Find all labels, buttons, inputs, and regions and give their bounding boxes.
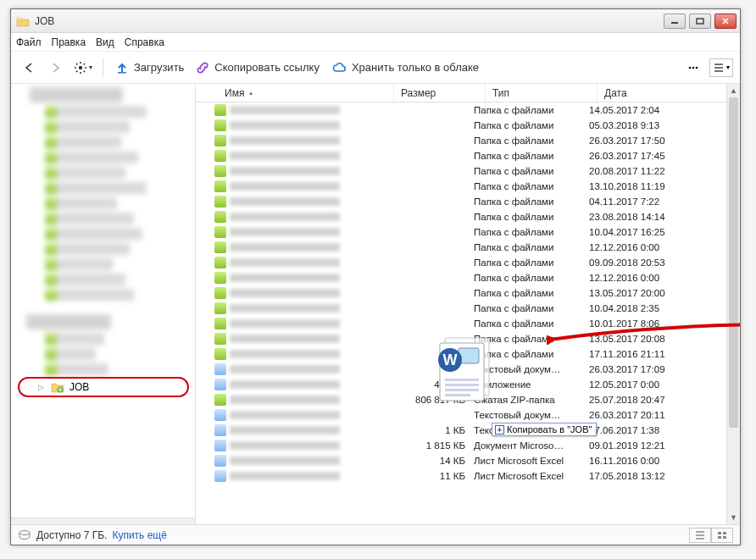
col-name[interactable]: Имя▴ [208, 84, 394, 102]
disk-icon [18, 529, 31, 541]
status-bar: Доступно 7 ГБ. Купить ещё [11, 524, 740, 545]
table-row[interactable]: Папка с файлами26.03.2017 17:45 [196, 148, 740, 163]
view-icons-button[interactable] [711, 528, 733, 543]
cloud-only-button[interactable]: Хранить только в облаке [328, 59, 482, 76]
upload-icon [115, 61, 129, 75]
sidebar-job-label: JOB [69, 381, 89, 393]
svg-rect-3 [118, 72, 126, 74]
col-type[interactable]: Тип [486, 84, 598, 102]
table-row[interactable]: Папка с файлами12.12.2016 0:00 [196, 240, 740, 255]
table-row[interactable]: 11 КБЛист Microsoft Excel17.05.2018 13:1… [196, 468, 740, 484]
table-row[interactable]: 403 КБПриложение12.05.2017 0:00 [196, 377, 740, 392]
settings-button[interactable]: ▾ [72, 57, 94, 79]
drag-tooltip: + Копировать в "JOB" [492, 423, 597, 436]
table-row[interactable]: Папка с файлами10.04.2017 16:25 [196, 224, 740, 240]
menu-file[interactable]: Файл [16, 36, 42, 48]
view-toggle [689, 528, 733, 543]
svg-point-7 [58, 387, 64, 393]
table-row[interactable]: Папка с файлами05.03.2018 9:13 [196, 118, 740, 133]
forward-button[interactable] [45, 57, 67, 79]
link-icon [196, 61, 209, 75]
svg-rect-18 [718, 532, 721, 534]
menu-help[interactable]: Справка [125, 36, 164, 48]
menu-view[interactable]: Вид [96, 36, 114, 48]
folder-sync-icon [51, 381, 64, 393]
table-row[interactable]: Папка с файлами26.03.2017 17:50 [196, 133, 740, 148]
table-row[interactable]: Папка с файлами10.04.2018 2:35 [196, 301, 740, 316]
table-row[interactable]: Папка с файлами13.05.2017 20:08 [196, 331, 740, 346]
svg-rect-19 [723, 532, 726, 534]
explorer-window: JOB Файл Правка Вид Справка ▾ Загрузить … [10, 8, 741, 545]
svg-point-17 [19, 530, 30, 534]
view-details-button[interactable] [689, 528, 711, 543]
svg-point-4 [689, 66, 692, 69]
table-row[interactable]: Папка с файлами14.05.2017 2:04 [196, 102, 740, 118]
table-row[interactable]: Папка с файлами04.11.2017 7:22 [196, 194, 740, 209]
back-button[interactable] [18, 57, 40, 79]
table-row[interactable]: Папка с файлами12.12.2016 0:00 [196, 270, 740, 285]
svg-rect-1 [697, 19, 703, 24]
table-row[interactable]: Папка с файлами17.11.2016 21:11 [196, 346, 740, 362]
buy-more-link[interactable]: Купить ещё [112, 529, 167, 541]
table-row[interactable]: 1 815 КБДокумент Microso…09.01.2019 12:2… [196, 438, 740, 453]
vertical-scrollbar[interactable]: ▲ ▼ [726, 84, 740, 524]
table-row[interactable]: Папка с файлами10.01.2017 8:06 [196, 316, 740, 331]
col-date[interactable]: Дата [598, 84, 740, 102]
svg-rect-20 [718, 536, 721, 539]
expand-icon: ▷ [38, 383, 44, 391]
folder-icon [16, 15, 30, 27]
col-size[interactable]: Размер [394, 84, 486, 102]
svg-rect-21 [723, 536, 726, 539]
copy-link-label: Скопировать ссылку [214, 61, 320, 74]
window-controls [664, 14, 737, 29]
upload-button[interactable]: Загрузить [112, 59, 187, 76]
svg-point-6 [696, 66, 698, 69]
column-headers: Имя▴ Размер Тип Дата [196, 84, 740, 102]
menu-edit[interactable]: Правка [52, 36, 86, 48]
scrollbar-thumb[interactable] [729, 97, 738, 428]
sidebar-item-job[interactable]: ▷ JOB [18, 377, 189, 397]
scroll-up-icon[interactable]: ▲ [727, 84, 740, 97]
sidebar-tree[interactable]: ▷ JOB [11, 84, 196, 524]
svg-point-5 [692, 66, 695, 69]
plus-icon: + [495, 425, 504, 434]
table-row[interactable]: 806 817 КБСжатая ZIP-папка25.07.2018 20:… [196, 392, 740, 407]
body: ▷ JOB Имя▴ Размер Тип Дата Папка с файла… [11, 84, 740, 524]
file-pane: Имя▴ Размер Тип Дата Папка с файлами14.0… [196, 84, 740, 524]
minimize-button[interactable] [664, 14, 686, 29]
table-row[interactable]: Текстовый докум…26.03.2017 20:11 [196, 407, 740, 423]
status-quota: Доступно 7 ГБ. [36, 529, 107, 541]
view-list-button[interactable]: ▾ [709, 58, 733, 77]
title-bar: JOB [11, 9, 740, 33]
cloud-icon [331, 61, 347, 75]
maximize-button[interactable] [689, 14, 711, 29]
table-row[interactable]: Папка с файлами13.10.2018 11:19 [196, 179, 740, 194]
svg-rect-0 [671, 22, 678, 24]
window-title: JOB [35, 15, 54, 27]
drag-tooltip-text: Копировать в "JOB" [507, 424, 592, 434]
scroll-down-icon[interactable]: ▼ [727, 511, 740, 524]
close-button[interactable] [714, 14, 737, 29]
table-row[interactable]: 1 КБТекстовый докум…26.03.2017 17:09 [196, 362, 740, 377]
cloud-only-label: Хранить только в облаке [352, 61, 479, 74]
svg-point-2 [79, 65, 82, 69]
table-row[interactable]: 14 КБЛист Microsoft Excel16.11.2016 0:00 [196, 453, 740, 468]
table-row[interactable]: Папка с файлами09.09.2018 20:53 [196, 255, 740, 270]
menu-bar: Файл Правка Вид Справка [11, 33, 740, 52]
table-row[interactable]: Папка с файлами13.05.2017 20:00 [196, 285, 740, 301]
table-row[interactable]: Папка с файлами20.08.2017 11:22 [196, 163, 740, 179]
upload-label: Загрузить [134, 61, 184, 74]
toolbar: ▾ Загрузить Скопировать ссылку Хранить т… [11, 52, 740, 84]
table-row[interactable]: 1 КБТекстовый докум…27.06.2017 1:38 [196, 423, 740, 438]
table-row[interactable]: Папка с файлами23.08.2018 14:14 [196, 209, 740, 224]
more-button[interactable] [682, 57, 704, 79]
copy-link-button[interactable]: Скопировать ссылку [192, 59, 323, 76]
sort-asc-icon: ▴ [249, 89, 253, 97]
file-rows[interactable]: Папка с файлами14.05.2017 2:04Папка с фа… [196, 102, 740, 524]
